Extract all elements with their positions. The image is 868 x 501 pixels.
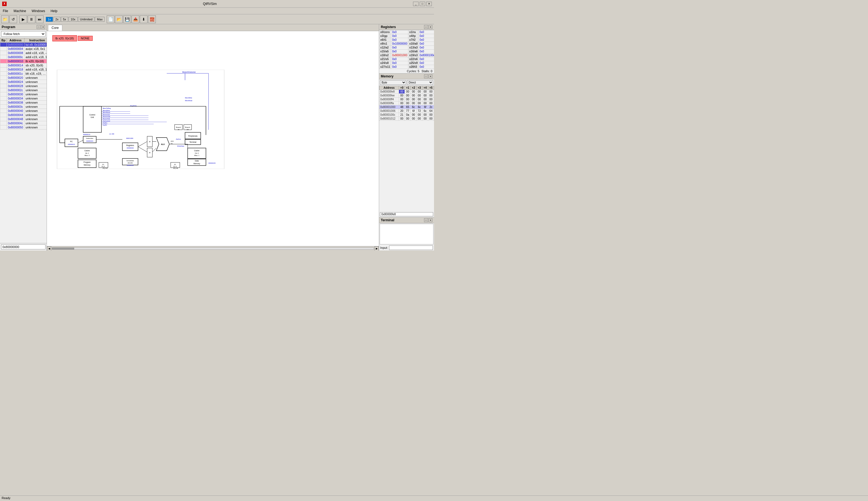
- table-row[interactable]: 0x80000024 unknown: [0, 80, 47, 84]
- new-button[interactable]: 📄: [107, 15, 114, 23]
- table-row[interactable]: 0x80000050 unknown: [0, 125, 47, 129]
- speed-unlimited[interactable]: Unlimited: [78, 17, 95, 22]
- reg-label: x21/s5: [379, 57, 391, 61]
- table-row[interactable]: 0x80000014 sb x20, 0(x9): [0, 63, 47, 67]
- speed-2x[interactable]: 2x: [53, 17, 61, 22]
- table-row[interactable]: 0x80000044 unknown: [0, 113, 47, 117]
- reg-value: 0x0: [391, 30, 408, 34]
- mem-addr-cell: 0x80000ff4: [379, 98, 399, 102]
- program-close-button[interactable]: ✕: [41, 25, 45, 29]
- register-row: x0/zero 0x0 x1/ra 0x0 x2/sp 0xbfffff00: [379, 30, 434, 34]
- table-row[interactable]: 0x80000040 unknown: [0, 109, 47, 113]
- build-button[interactable]: 🧱: [148, 15, 156, 23]
- mem-val-cell: 00: [405, 98, 411, 102]
- bp-cell: [0, 105, 7, 109]
- table-row[interactable]: 0x80000000 lui x9, 0x10000: [0, 43, 47, 47]
- svg-text:MemRead: MemRead: [185, 100, 192, 102]
- close-button[interactable]: ✕: [426, 2, 432, 6]
- svg-text:Cache: Cache: [84, 150, 89, 151]
- table-row[interactable]: 0x8000000c addi x19, x18, 14: [0, 55, 47, 59]
- svg-text:Jalr: Jalr: [187, 129, 189, 130]
- save-button[interactable]: 💾: [123, 15, 131, 23]
- export-button[interactable]: 📤: [131, 15, 139, 23]
- core-scrollbar[interactable]: ◀ ▶: [47, 246, 379, 250]
- svg-text:rd: 200: rd: 200: [109, 133, 114, 135]
- speed-1x[interactable]: 1x: [46, 17, 53, 22]
- scroll-track: [52, 247, 374, 250]
- svg-text:Unit: Unit: [91, 116, 94, 118]
- menu-windows[interactable]: Windows: [30, 9, 47, 13]
- svg-text:Miss: 3: Miss: 3: [85, 154, 89, 156]
- address-cell: 0x80000024: [7, 80, 24, 84]
- registers-float-button[interactable]: □: [424, 25, 428, 29]
- tab-core[interactable]: Core: [48, 25, 62, 31]
- table-row[interactable]: 0x80000048 unknown: [0, 117, 47, 121]
- table-row[interactable]: 0x8000002c unknown: [0, 88, 47, 92]
- table-row[interactable]: 0x80000004 auipc x18, 0x1: [0, 47, 47, 51]
- table-row[interactable]: 0x8000001c blt x18, x19, …: [0, 72, 47, 76]
- program-header-controls: □ ✕: [37, 25, 45, 29]
- menu-help[interactable]: Help: [49, 9, 59, 13]
- table-row[interactable]: 0x80000028 unknown: [0, 84, 47, 88]
- program-table: Bp Address Instruction 0x80000000 lui x9…: [0, 38, 46, 243]
- minimize-button[interactable]: _: [413, 2, 419, 6]
- table-row[interactable]: 0x80000034 unknown: [0, 96, 47, 100]
- program-title: Program: [2, 25, 15, 29]
- instruction-cell: unknown: [24, 100, 46, 105]
- table-row[interactable]: 0x8000003c unknown: [0, 105, 47, 109]
- menu-file[interactable]: File: [1, 9, 10, 13]
- table-row[interactable]: 0x8000004c unknown: [0, 121, 47, 125]
- svg-text:00095003: 00095003: [86, 140, 93, 142]
- program-float-button[interactable]: □: [37, 25, 41, 29]
- speed-max[interactable]: Max: [95, 17, 105, 22]
- terminal-close-button[interactable]: ✕: [428, 218, 432, 222]
- instruction-cell: unknown: [24, 84, 46, 88]
- program-address-input[interactable]: [1, 244, 45, 249]
- download-button[interactable]: ⬇: [140, 15, 148, 23]
- table-row[interactable]: 0x80000018 addi x18, x18, 1: [0, 67, 47, 72]
- mem-val-cell: 6f: [411, 109, 416, 113]
- address-cell: 0x80000050: [7, 125, 24, 129]
- svg-text:PC+4: PC+4: [102, 166, 105, 167]
- table-row[interactable]: 0x80000008 addi x18, x18, -4: [0, 51, 47, 55]
- address-cell: 0x80000020: [7, 76, 24, 80]
- table-row[interactable]: 0x80000030 unknown: [0, 92, 47, 96]
- core-view[interactable]: lb x20, 0(x18) NONE BranchOutcome Contro…: [47, 31, 379, 246]
- scroll-thumb[interactable]: [52, 248, 74, 249]
- table-row[interactable]: 0x80000010 lb x20, 0(x18): [0, 59, 47, 63]
- instruction-cell: unknown: [24, 76, 46, 80]
- memory-title: Memory: [381, 74, 393, 78]
- terminal-input-field[interactable]: [389, 246, 433, 250]
- svg-text:M: M: [149, 152, 150, 153]
- mem-addr-cell: 0x80001012: [379, 117, 399, 121]
- memory-close-button[interactable]: ✕: [428, 74, 432, 78]
- svg-text:Branch: Branch: [185, 127, 190, 128]
- right-panel: Registers □ ✕ x0/zero 0x0 x1/ra 0x0 x2/s…: [379, 24, 434, 250]
- terminal-float-button[interactable]: □: [424, 218, 428, 222]
- memory-address-input[interactable]: [380, 212, 433, 216]
- scroll-left-button[interactable]: ◀: [47, 246, 51, 251]
- reload-button[interactable]: ↺: [9, 15, 17, 23]
- speed-5x[interactable]: 5x: [61, 17, 68, 22]
- memory-row: 0x80000ff4000000000000: [379, 98, 434, 102]
- memory-float-button[interactable]: □: [424, 74, 428, 78]
- step-button[interactable]: ⏭: [36, 15, 44, 23]
- pause-button[interactable]: ⏸: [28, 15, 35, 23]
- maximize-button[interactable]: □: [420, 2, 425, 6]
- run-button[interactable]: ▶: [19, 15, 27, 23]
- registers-close-button[interactable]: ✕: [428, 25, 432, 29]
- follow-fetch-select[interactable]: Follow fetch: [1, 31, 45, 37]
- open-button[interactable]: 📁: [1, 15, 9, 23]
- terminal-header: Terminal □ ✕: [379, 217, 434, 223]
- speed-10x[interactable]: 10x: [68, 17, 77, 22]
- mem-val-cell: 00: [428, 102, 434, 105]
- open2-button[interactable]: 📂: [115, 15, 123, 23]
- table-row[interactable]: 0x80000038 unknown: [0, 100, 47, 105]
- svg-text:Registers: Registers: [126, 145, 134, 147]
- address-mode-select[interactable]: Direct Physical: [407, 80, 433, 85]
- menu-machine[interactable]: Machine: [12, 9, 28, 13]
- table-row[interactable]: 0x80000020 unknown: [0, 76, 47, 80]
- mem-val-cell: 77: [405, 109, 411, 113]
- byte-mode-select[interactable]: Byte Halfword Word: [380, 80, 406, 85]
- scroll-right-button[interactable]: ▶: [374, 246, 379, 251]
